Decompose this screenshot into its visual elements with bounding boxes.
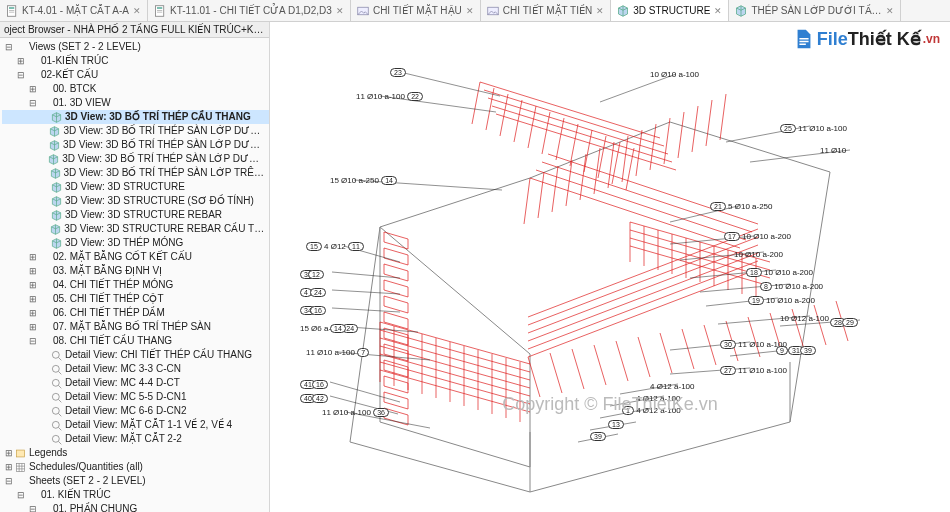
expander-icon[interactable]: ⊞: [4, 446, 14, 460]
svg-rect-5: [157, 7, 162, 9]
tab-label: THÉP SÀN LỚP DƯỚI TẦ…: [751, 5, 881, 16]
detail-icon: [51, 378, 62, 389]
tree-node[interactable]: ⊞06. CHI TIẾT THÉP DẦM: [2, 306, 269, 320]
tree-node[interactable]: 3D View: 3D STRUCTURE: [2, 180, 269, 194]
tree-node[interactable]: 3D View: 3D BỐ TRÍ THÉP SÀN LỚP DƯỚI TẦN…: [2, 124, 269, 138]
svg-rect-18: [16, 463, 24, 471]
tree-node[interactable]: ⊟08. CHI TIẾT CẦU THANG: [2, 334, 269, 348]
tree-label: 03. MẶT BẰNG ĐỊNH VỊ: [53, 264, 162, 278]
rebar-callout: 4 Ø12 a-100: [650, 382, 694, 391]
tree-label: 01-KIẾN TRÚC: [41, 54, 109, 68]
svg-point-16: [52, 435, 59, 442]
tree-label: 07. MẶT BẰNG BỐ TRÍ THÉP SÀN: [53, 320, 211, 334]
tree-node[interactable]: 3D View: 3D BỐ TRÍ THÉP CẦU THANG: [2, 110, 269, 124]
tree-node[interactable]: Detail View: MẶT CẮT 2-2: [2, 432, 269, 446]
expander-icon[interactable]: ⊞: [16, 54, 26, 68]
3d-icon: [50, 168, 61, 179]
tree-node[interactable]: ⊟02-KẾT CẤU: [2, 68, 269, 82]
tree-node[interactable]: Detail View: MC 3-3 C-CN: [2, 362, 269, 376]
drawing-canvas[interactable]: 2311 Ø10 a-100 2215 Ø10 a-250 144 Ø12 11…: [270, 22, 950, 512]
rebar-callout: 10 Ø10 a-100: [650, 70, 699, 79]
expander-icon[interactable]: ⊞: [28, 320, 38, 334]
rebar-callout: 4 Ø12 11: [324, 242, 364, 251]
tree-node[interactable]: ⊟Sheets (SET 2 - 2 LEVEL): [2, 474, 269, 488]
tree-node[interactable]: Detail View: MC 5-5 D-CN1: [2, 390, 269, 404]
tree-label: 08. CHI TIẾT CẦU THANG: [53, 334, 172, 348]
rebar-callout: 16: [312, 380, 328, 389]
expander-icon[interactable]: ⊟: [28, 334, 38, 348]
tree-label: Detail View: MẶT CẮT 2-2: [65, 432, 182, 446]
tree-node[interactable]: ⊞01-KIẾN TRÚC: [2, 54, 269, 68]
project-browser-title: oject Browser - NHÀ PHỐ 2 TẦNG FULL KIẾN…: [0, 22, 269, 38]
detail-icon: [51, 364, 62, 375]
expander-icon[interactable]: ⊟: [28, 96, 38, 110]
tree-node[interactable]: 3D View: 3D BỐ TRÍ THÉP SÀN LỚP TRÊN TẦN…: [2, 166, 269, 180]
tree-node[interactable]: ⊟01. KIẾN TRÚC: [2, 488, 269, 502]
expander-icon[interactable]: ⊞: [28, 264, 38, 278]
tree-node[interactable]: 3D View: 3D BỐ TRÍ THÉP SÀN LỚP DƯỚI TẦN…: [2, 152, 269, 166]
svg-rect-7: [157, 11, 162, 12]
expander-icon[interactable]: ⊟: [16, 68, 26, 82]
tree-node[interactable]: 3D View: 3D BỐ TRÍ THÉP SÀN LỚP DƯỚI TẦN…: [2, 138, 269, 152]
rebar-callout: 4 Ø12 a-100: [636, 394, 680, 403]
tab-label: CHI TIẾT MẶT HẬU: [373, 5, 462, 16]
svg-rect-6: [157, 10, 162, 11]
tree-label: 01. KIẾN TRÚC: [41, 488, 111, 502]
expander-icon[interactable]: ⊞: [28, 292, 38, 306]
tree-node[interactable]: 3D View: 3D STRUCTURE REBAR CẦU THANG: [2, 222, 269, 236]
tree-label: 3D View: 3D BỐ TRÍ THÉP SÀN LỚP DƯỚI TẦN…: [62, 152, 265, 166]
tree-node[interactable]: ⊞04. CHI TIẾT THÉP MÓNG: [2, 278, 269, 292]
tree-node[interactable]: ⊞00. BTCK: [2, 82, 269, 96]
3d-icon: [51, 112, 62, 123]
tree-node[interactable]: 3D View: 3D STRUCTURE REBAR: [2, 208, 269, 222]
detail-icon: [51, 420, 62, 431]
tree-node[interactable]: ⊞Schedules/Quantities (all): [2, 460, 269, 474]
view-tab[interactable]: 3D STRUCTURE✕: [611, 0, 729, 22]
tree-node[interactable]: Detail View: MẶT CẮT 1-1 VỀ 2, VỀ 4: [2, 418, 269, 432]
expander-icon[interactable]: ⊟: [28, 502, 38, 512]
close-icon[interactable]: ✕: [714, 6, 722, 16]
tree-node[interactable]: ⊟01. PHẦN CHUNG: [2, 502, 269, 512]
view-tab[interactable]: CHI TIẾT MẶT TIỀN✕: [481, 0, 611, 21]
expander-icon[interactable]: ⊞: [28, 306, 38, 320]
close-icon[interactable]: ✕: [596, 6, 604, 16]
svg-point-10: [52, 351, 59, 358]
tree-node[interactable]: 3D View: 3D THÉP MÓNG: [2, 236, 269, 250]
tree-label: 3D View: 3D BỐ TRÍ THÉP SÀN LỚP TRÊN TẦN…: [64, 166, 265, 180]
tree-node[interactable]: 3D View: 3D STRUCTURE (SƠ ĐỒ TÍNH): [2, 194, 269, 208]
3d-icon: [48, 154, 59, 165]
tree-node[interactable]: Detail View: CHI TIẾT THÉP CẦU THANG: [2, 348, 269, 362]
tree-node[interactable]: ⊟01. 3D VIEW: [2, 96, 269, 110]
tree-node[interactable]: ⊟Views (SET 2 - 2 LEVEL): [2, 40, 269, 54]
tree-node[interactable]: ⊞05. CHI TIẾT THÉP CỘT: [2, 292, 269, 306]
close-icon[interactable]: ✕: [133, 6, 141, 16]
tree-node[interactable]: ⊞03. MẶT BẰNG ĐỊNH VỊ: [2, 264, 269, 278]
expander-icon[interactable]: ⊟: [4, 40, 14, 54]
close-icon[interactable]: ✕: [886, 6, 894, 16]
view-tab[interactable]: KT-11.01 - CHI TIẾT CỬA D1,D2,D3✕: [148, 0, 351, 21]
tree-node[interactable]: ⊞02. MẶT BẰNG CỐT KẾT CẤU: [2, 250, 269, 264]
expander-icon[interactable]: ⊞: [4, 460, 14, 474]
rebar-callout: 25 11 Ø10 a-100: [780, 124, 847, 133]
expander-icon[interactable]: ⊞: [28, 250, 38, 264]
expander-icon[interactable]: ⊞: [28, 82, 38, 96]
detail-icon: [51, 406, 62, 417]
tree-label: 00. BTCK: [53, 82, 96, 96]
view-tab[interactable]: THÉP SÀN LỚP DƯỚI TẦ…✕: [729, 0, 900, 21]
detail-icon: [51, 434, 62, 445]
expander-icon[interactable]: ⊟: [16, 488, 26, 502]
rebar-callout: 23: [390, 68, 406, 77]
close-icon[interactable]: ✕: [336, 6, 344, 16]
expander-icon[interactable]: ⊞: [28, 278, 38, 292]
tree-node[interactable]: ⊞Legends: [2, 446, 269, 460]
tree-label: 3D View: 3D STRUCTURE REBAR CẦU THANG: [64, 222, 265, 236]
close-icon[interactable]: ✕: [466, 6, 474, 16]
tree-node[interactable]: ⊞07. MẶT BẰNG BỐ TRÍ THÉP SÀN: [2, 320, 269, 334]
rebar-callout: 10 Ø12 a-100: [780, 314, 829, 323]
expander-icon[interactable]: ⊟: [4, 474, 14, 488]
view-tab[interactable]: KT-4.01 - MẶT CẮT A-A✕: [0, 0, 148, 21]
tree-node[interactable]: Detail View: MC 6-6 D-CN2: [2, 404, 269, 418]
view-tab[interactable]: CHI TIẾT MẶT HẬU✕: [351, 0, 481, 21]
rebar-callout: 29: [842, 318, 858, 327]
tree-node[interactable]: Detail View: MC 4-4 D-CT: [2, 376, 269, 390]
